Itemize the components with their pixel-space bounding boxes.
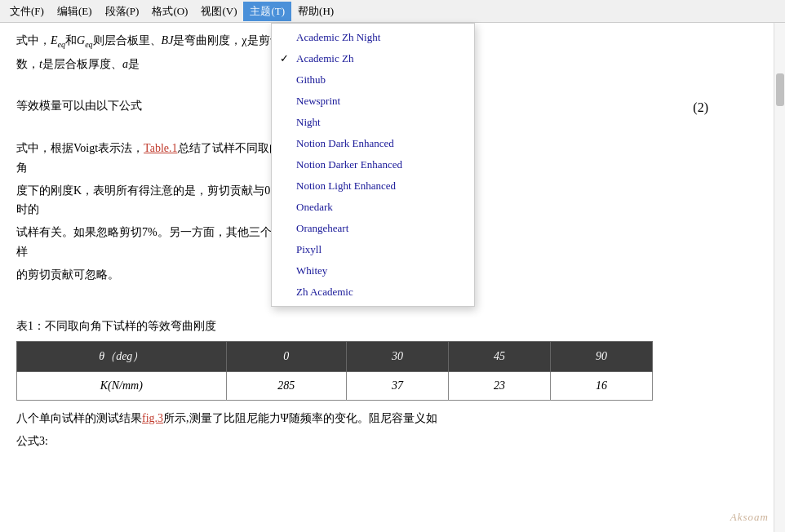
theme-item-whitey[interactable]: Whitey: [272, 260, 474, 282]
table-header-90: 90: [551, 342, 653, 372]
theme-dropdown-menu[interactable]: Academic Zh Night Academic Zh Github New…: [271, 23, 475, 307]
table-cell-30: 37: [347, 371, 449, 400]
text-span-6: 7%。另一方面，其他三个试样: [16, 226, 283, 258]
data-table: θ（deg） 0 30 45 90 K(N/mm) 285 37 23 16: [16, 341, 653, 401]
text-span: 式中，Eeq和Geq则层合板: [16, 34, 139, 47]
menu-theme[interactable]: 主题(T): [243, 2, 291, 21]
table-caption: 表1：不同取向角下试样的等效弯曲刚度: [16, 317, 757, 336]
table-cell-90: 16: [551, 371, 653, 400]
theme-item-academic-zh[interactable]: Academic Zh: [272, 48, 474, 69]
table1-link[interactable]: Table.1: [144, 142, 177, 154]
fig3-link[interactable]: fig.3: [142, 412, 163, 424]
theme-item-pixyll[interactable]: Pixyll: [272, 239, 474, 260]
text-span-5: 得注意的是，剪切贡献与0°时的: [16, 184, 275, 216]
theme-item-notion-darker-enhanced[interactable]: Notion Darker Enhanced: [272, 154, 474, 175]
theme-item-github[interactable]: Github: [272, 69, 474, 91]
text-span-3: 数，t是层合板厚度、a是: [16, 58, 140, 70]
menubar: 文件(F) 编辑(E) 段落(P) 格式(O) 视图(V) 主题(T) 帮助(H…: [0, 0, 785, 23]
theme-item-academic-zh-night[interactable]: Academic Zh Night: [272, 27, 474, 48]
theme-item-notion-dark-enhanced[interactable]: Notion Dark Enhanced: [272, 133, 474, 154]
table-cell-0: 285: [226, 371, 346, 400]
menu-paragraph[interactable]: 段落(P): [99, 2, 146, 21]
table-row: K(N/mm) 285 37 23 16: [17, 371, 653, 400]
scrollbar-thumb[interactable]: [776, 73, 784, 106]
para-line-3: 试样有关。如果忽略剪切7%。另一方面，其他三个试样: [16, 223, 286, 262]
table-header-theta: θ（deg）: [17, 342, 227, 372]
theme-item-notion-light-enhanced[interactable]: Notion Light Enhanced: [272, 175, 474, 197]
menu-help[interactable]: 帮助(H): [291, 2, 340, 21]
text-span-2: 里、BJ是弯曲刚度，χ是剪切系: [139, 34, 293, 47]
table-header-30: 30: [347, 342, 449, 372]
left-para: 式中，根据Voigt表示法，Table.1总结了试样不同取向角 度下的刚度K，表…: [16, 139, 286, 288]
theme-item-night[interactable]: Night: [272, 112, 474, 133]
table-cell-k: K(N/mm): [17, 371, 227, 400]
table-cell-45: 23: [449, 371, 551, 400]
menu-file[interactable]: 文件(F): [3, 2, 51, 21]
watermark: Aksoam: [730, 511, 769, 524]
theme-item-onedark[interactable]: Onedark: [272, 197, 474, 218]
para-line-1: 式中，根据Voigt表示法，Table.1总结了试样不同取向角: [16, 139, 286, 178]
table-header-row: θ（deg） 0 30 45 90: [17, 342, 653, 372]
para-line-2: 度下的刚度K，表明所有得注意的是，剪切贡献与0°时的: [16, 181, 286, 220]
theme-item-orangeheart[interactable]: Orangeheart: [272, 218, 474, 239]
bottom-line-1: 八个单向试样的测试结果fig.3所示,测量了比阻尼能力Ψ随频率的变化。阻尼容量义…: [16, 409, 757, 428]
para-line-4: 的剪切贡献可忽略。: [16, 265, 286, 285]
table-header-0: 0: [226, 342, 346, 372]
table-header-45: 45: [449, 342, 551, 372]
menu-view[interactable]: 视图(V): [194, 2, 243, 21]
eq-number: (2): [693, 96, 708, 118]
menu-edit[interactable]: 编辑(E): [51, 2, 99, 21]
theme-item-newsprint[interactable]: Newsprint: [272, 91, 474, 112]
scrollbar[interactable]: [774, 23, 785, 532]
bottom-line-2: 公式3:: [16, 432, 757, 451]
text-span-4: 等效模量可以由以下公式: [16, 100, 142, 112]
theme-item-zh-academic[interactable]: Zh Academic: [272, 282, 474, 303]
menu-format[interactable]: 格式(O): [145, 2, 194, 21]
